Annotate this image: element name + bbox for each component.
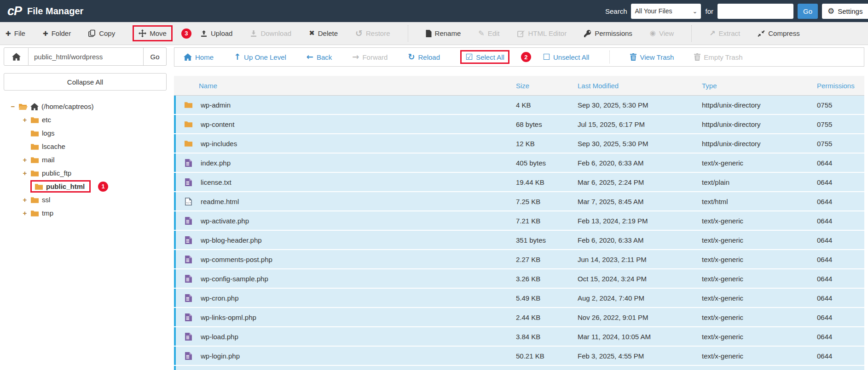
copy-icon (88, 29, 96, 37)
cell-type: httpd/unix-directory (702, 101, 817, 109)
nav-item-label: Up One Level (244, 53, 286, 61)
toolbar-item-extract[interactable]: ↗Extract (709, 29, 740, 37)
column-header-type[interactable]: Type (702, 82, 817, 90)
table-row[interactable]: license.txt19.44 KBMar 6, 2025, 2:24 PMt… (174, 173, 864, 191)
table-row[interactable]: wp-links-opml.php2.44 KBNov 26, 2022, 9:… (174, 308, 864, 326)
search-scope-select[interactable]: All Your Files ⌄ (631, 4, 701, 19)
tree-item-lscache[interactable]: lscache (10, 140, 167, 153)
nav-item-home[interactable]: Home (184, 53, 214, 61)
search-scope-value: All Your Files (635, 7, 672, 15)
table-header: NameSizeLast ModifiedTypePermissions (174, 76, 864, 96)
move-icon (139, 29, 146, 37)
cell-name: wp-cron.php (201, 294, 516, 302)
step-badge-1: 1 (98, 182, 108, 192)
nav-item-empty-trash[interactable]: Empty Trash (694, 53, 742, 61)
cell-size: 19.44 KB (516, 178, 578, 186)
column-header-last-modified[interactable]: Last Modified (578, 82, 702, 90)
table-row[interactable]: wp-cron.php5.49 KBAug 2, 2024, 7:40 PMte… (174, 289, 864, 307)
toolbar-item-file[interactable]: ✚File (6, 29, 25, 37)
nav-item-up-one-level[interactable]: ↑Up One Level (234, 53, 286, 61)
toolbar-item-move[interactable]: Move (133, 25, 173, 41)
search-go-button[interactable]: Go (798, 4, 818, 19)
path-go-button[interactable]: Go (144, 47, 167, 66)
header-search-area: Search All Your Files ⌄ for Go ⚙ Setting… (605, 4, 868, 19)
expand-icon[interactable]: + (22, 169, 28, 177)
sidebar: Go Collapse All −(/home/captreos)+etclog… (4, 47, 167, 370)
cell-permissions: 0644 (817, 159, 864, 167)
file-icon (176, 294, 201, 302)
tree-item-public-ftp[interactable]: +public_ftp (10, 166, 167, 180)
gear-icon: ⚙ (827, 7, 834, 15)
cell-type: text/x-generic (702, 352, 817, 360)
nav-divider (609, 51, 610, 63)
table-row[interactable]: wp-load.php3.84 KBMar 11, 2024, 10:05 AM… (174, 327, 864, 346)
tree-item-label: (/home/captreos) (41, 102, 93, 110)
cell-type: text/plain (702, 178, 817, 186)
table-row[interactable]: index.php405 bytesFeb 6, 2020, 6:33 AMte… (174, 154, 864, 172)
tree-item-public-html[interactable]: public_html1 (10, 180, 167, 193)
nav-item-back[interactable]: ←Back (307, 53, 332, 61)
table-body: wp-admin4 KBSep 30, 2025, 5:30 PMhttpd/u… (174, 96, 864, 370)
tree-item-logs[interactable]: logs (10, 126, 167, 140)
main-toolbar: ✚File✚FolderCopyMove3UploadDownload✖Dele… (0, 22, 868, 45)
nav-item-reload[interactable]: ↻Reload (408, 53, 440, 61)
column-header-permissions[interactable]: Permissions (817, 82, 864, 90)
table-row[interactable]: wp-config-sample.php3.26 KBOct 15, 2024,… (174, 269, 864, 288)
nav-item-view-trash[interactable]: View Trash (630, 53, 674, 61)
table-row[interactable]: wp-comments-post.php2.27 KBJun 14, 2023,… (174, 250, 864, 268)
tree-item-ssl[interactable]: +ssl (10, 193, 167, 206)
toolbar-item-label: Move (150, 29, 167, 37)
table-row[interactable]: wp-admin4 KBSep 30, 2025, 5:30 PMhttpd/u… (174, 96, 864, 114)
toolbar-item-upload[interactable]: Upload (200, 29, 233, 37)
folder-icon (30, 156, 39, 164)
toolbar-item-view[interactable]: ◉View (650, 29, 674, 37)
cell-permissions: 0644 (817, 352, 864, 360)
collapse-all-button[interactable]: Collapse All (4, 73, 167, 91)
toolbar-item-restore[interactable]: ↺Restore (355, 29, 390, 38)
collapse-icon[interactable]: − (10, 102, 16, 110)
table-row[interactable]: </>readme.html7.25 KBMar 7, 2025, 8:45 A… (174, 192, 864, 211)
path-input[interactable] (29, 47, 144, 66)
toolbar-item-permissions[interactable]: Permissions (584, 29, 632, 37)
nav-item-unselect-all[interactable]: ☐Unselect All (543, 53, 590, 61)
rename-icon (426, 30, 432, 37)
table-row[interactable]: wp-blog-header.php351 bytesFeb 6, 2020, … (174, 231, 864, 249)
home-path-button[interactable] (4, 47, 29, 66)
toolbar-item-html-editor[interactable]: HTML Editor (517, 29, 567, 37)
search-input[interactable] (718, 4, 793, 19)
toolbar-item-download[interactable]: Download (250, 29, 291, 37)
file-icon (176, 159, 201, 167)
table-row[interactable]: wp-includes12 KBSep 30, 2025, 5:30 PMhtt… (174, 134, 864, 153)
table-row[interactable]: wp-content68 bytesJul 15, 2025, 6:17 PMh… (174, 115, 864, 133)
cell-name: wp-comments-post.php (201, 256, 516, 263)
cell-name: wp-config-sample.php (201, 275, 516, 283)
toolbar-item-rename[interactable]: Rename (426, 29, 461, 37)
toolbar-item-edit[interactable]: ✎Edit (478, 29, 499, 37)
toolbar-item-compress[interactable]: Compress (758, 29, 799, 37)
settings-button[interactable]: ⚙ Settings (822, 4, 868, 19)
table-row[interactable]: wp-login.php50.21 KBFeb 3, 2025, 4:55 PM… (174, 347, 864, 365)
expand-icon[interactable]: + (22, 209, 28, 217)
tree-item-etc[interactable]: +etc (10, 113, 167, 126)
expand-icon[interactable]: + (22, 196, 28, 204)
toolbar-item-folder[interactable]: ✚Folder (43, 29, 71, 37)
expand-icon[interactable]: + (22, 156, 28, 164)
toolbar-divider (691, 25, 692, 42)
nav-item-select-all[interactable]: ☑Select All (460, 50, 509, 64)
tree-item-home-captreos[interactable]: −(/home/captreos) (10, 100, 167, 113)
expand-icon[interactable]: + (22, 116, 28, 124)
file-icon (176, 333, 201, 341)
toolbar-item-delete[interactable]: ✖Delete (309, 29, 338, 37)
tree-item-tmp[interactable]: +tmp (10, 206, 167, 220)
cell-type: text/x-generic (702, 236, 817, 244)
table-row-partial[interactable] (174, 366, 864, 370)
tree-item-mail[interactable]: +mail (10, 153, 167, 166)
table-row[interactable]: wp-activate.php7.21 KBFeb 13, 2024, 2:19… (174, 211, 864, 230)
nav-item-label: Home (195, 53, 214, 61)
folder-icon (30, 130, 39, 137)
column-header-size[interactable]: Size (516, 82, 578, 90)
nav-item-forward[interactable]: →Forward (352, 53, 388, 61)
column-header-name[interactable]: Name (199, 82, 516, 90)
cell-permissions: 0644 (817, 256, 864, 263)
toolbar-item-copy[interactable]: Copy (88, 29, 115, 37)
